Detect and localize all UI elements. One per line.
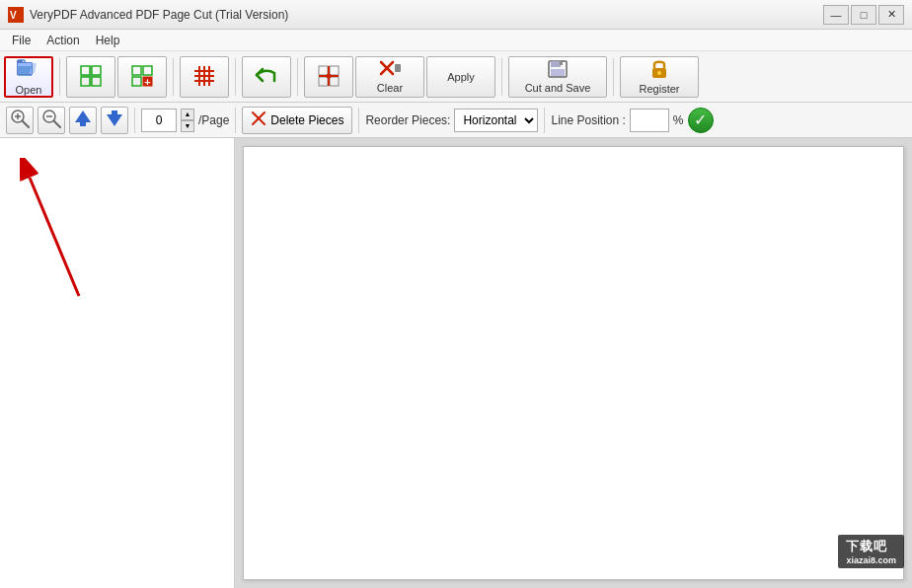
main-area [0, 138, 912, 588]
separator-1 [59, 58, 60, 96]
tb2-separator-3 [358, 108, 359, 133]
watermark-line1: 下载吧 [846, 538, 896, 555]
right-panel [235, 138, 912, 588]
lock-icon [650, 59, 668, 81]
svg-rect-8 [92, 66, 101, 75]
menu-bar: File Action Help [0, 30, 912, 51]
svg-marker-47 [75, 110, 91, 122]
svg-rect-9 [81, 77, 90, 86]
delete-pieces-label: Delete Pieces [270, 113, 343, 127]
svg-rect-25 [330, 66, 339, 75]
menu-file[interactable]: File [4, 32, 38, 49]
clear-label: Clear [377, 82, 403, 94]
svg-rect-50 [112, 110, 117, 115]
reorder-pieces-label: Reorder Pieces: [365, 113, 450, 127]
grid-add-button[interactable]: + [117, 56, 167, 98]
delete-x-icon [251, 110, 266, 129]
svg-rect-36 [551, 69, 565, 76]
separator-3 [235, 58, 236, 96]
page-down-spinner[interactable]: ▼ [181, 120, 194, 132]
menu-action[interactable]: Action [38, 32, 87, 49]
line-position-input[interactable] [630, 109, 669, 132]
undo-icon [255, 65, 278, 89]
grid-lines-icon [193, 65, 215, 89]
zoom-out-icon [41, 109, 61, 132]
register-button[interactable]: Register [620, 56, 699, 98]
page-suffix-label: /Page [198, 113, 229, 127]
svg-rect-15 [132, 77, 141, 86]
title-bar-left: V VeryPDF Advanced PDF Page Cut (Trial V… [8, 7, 288, 23]
svg-rect-33 [395, 64, 401, 72]
svg-rect-24 [319, 66, 328, 75]
svg-rect-37 [560, 61, 563, 65]
open-icon [17, 57, 40, 82]
checkmark-icon: ✓ [694, 110, 707, 129]
cut-icon [318, 65, 340, 89]
svg-rect-48 [80, 121, 86, 126]
svg-rect-10 [92, 77, 101, 86]
open-button[interactable]: Open [4, 56, 53, 98]
grid-split-2x2-icon [80, 65, 102, 89]
clear-x-icon [379, 60, 401, 80]
toolbar-1: Open + [0, 51, 912, 103]
watermark: 下载吧 xiazai8.com [838, 535, 904, 568]
watermark-line2: xiazai8.com [846, 555, 896, 565]
svg-point-39 [657, 71, 661, 75]
cut-and-save-button[interactable]: Cut and Save [508, 56, 607, 98]
tb2-separator-1 [134, 108, 135, 133]
grid-lines-button[interactable] [180, 56, 229, 98]
delete-pieces-button[interactable]: Delete Pieces [242, 107, 352, 134]
annotation-arrow [20, 158, 197, 316]
open-label: Open [16, 84, 42, 96]
separator-2 [173, 58, 174, 96]
svg-rect-14 [143, 66, 152, 75]
tb2-separator-4 [544, 108, 545, 133]
zoom-in-button[interactable] [6, 107, 34, 134]
clear-button[interactable]: Clear [355, 56, 424, 98]
up-arrow-icon [73, 109, 93, 132]
zoom-out-button[interactable] [38, 107, 65, 134]
svg-text:V: V [10, 10, 17, 21]
save-icon [548, 60, 568, 80]
svg-rect-35 [551, 61, 561, 67]
separator-5 [501, 58, 502, 96]
apply-label: Apply [447, 71, 475, 83]
prev-page-button[interactable] [69, 107, 97, 134]
separator-6 [613, 58, 614, 96]
down-arrow-icon [105, 109, 124, 132]
page-up-spinner[interactable]: ▲ [181, 109, 194, 120]
confirm-button[interactable]: ✓ [688, 108, 714, 133]
undo-button[interactable] [242, 56, 291, 98]
svg-rect-13 [132, 66, 141, 75]
svg-line-46 [54, 121, 60, 127]
toolbar-2: ▲ ▼ /Page Delete Pieces Reorder Pieces: … [0, 103, 912, 138]
grid-add-icon: + [131, 65, 153, 89]
menu-help[interactable]: Help [88, 32, 128, 49]
svg-point-30 [327, 73, 332, 78]
zoom-in-icon [10, 109, 30, 132]
reorder-pieces-select[interactable]: Horizontal Vertical [454, 109, 538, 132]
app-title: VeryPDF Advanced PDF Page Cut (Trial Ver… [30, 8, 288, 22]
line-position-label: Line Position : [551, 113, 625, 127]
title-bar: V VeryPDF Advanced PDF Page Cut (Trial V… [0, 0, 912, 30]
svg-rect-27 [330, 77, 339, 86]
cut-button[interactable] [304, 56, 353, 98]
minimize-button[interactable]: — [823, 5, 849, 25]
next-page-button[interactable] [101, 107, 128, 134]
maximize-button[interactable]: □ [851, 5, 876, 25]
svg-line-54 [30, 178, 79, 296]
cutsave-label: Cut and Save [525, 82, 591, 94]
tb2-separator-2 [235, 108, 236, 133]
svg-line-43 [23, 121, 29, 127]
close-button[interactable]: ✕ [878, 5, 904, 25]
page-number-input[interactable] [141, 109, 177, 132]
svg-text:+: + [144, 76, 150, 87]
window-controls: — □ ✕ [823, 5, 904, 25]
apply-button[interactable]: Apply [426, 56, 495, 98]
left-panel [0, 138, 235, 588]
svg-rect-7 [81, 66, 90, 75]
grid-split-2x2-button[interactable] [66, 56, 115, 98]
svg-rect-26 [319, 77, 328, 86]
page-spinner: ▲ ▼ [181, 109, 194, 132]
app-icon: V [8, 7, 24, 23]
